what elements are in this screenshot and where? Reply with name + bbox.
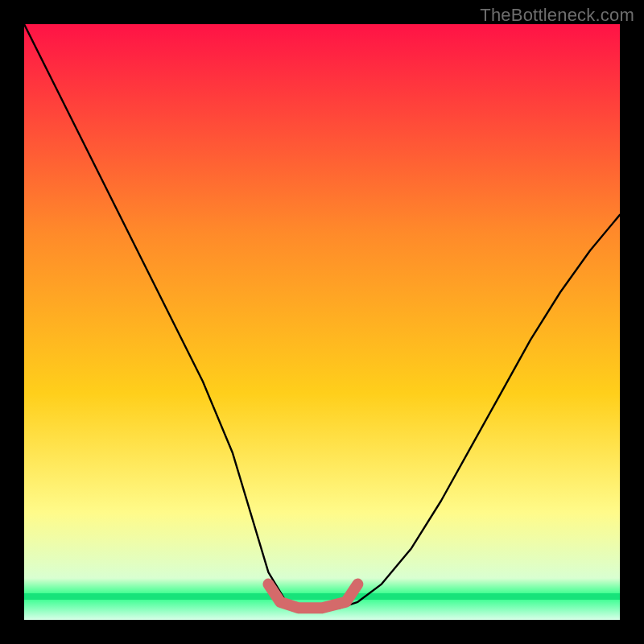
bottleneck-chart [24, 24, 620, 620]
plot-area [24, 24, 620, 620]
gradient-background [24, 24, 620, 620]
green-stripe [24, 593, 620, 600]
watermark-text: TheBottleneck.com [480, 5, 634, 26]
chart-stage: TheBottleneck.com [0, 0, 644, 644]
